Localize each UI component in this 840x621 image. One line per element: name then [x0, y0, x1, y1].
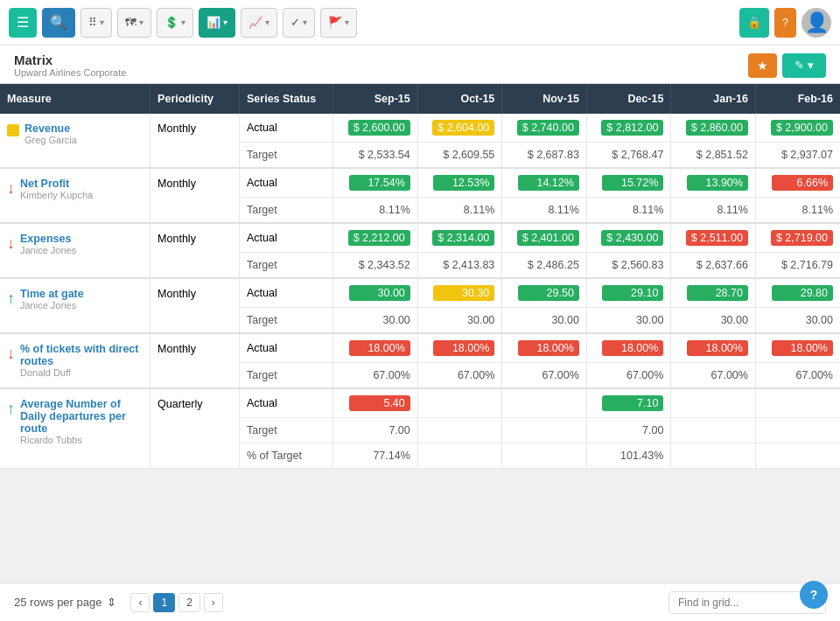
actual-cell-4-4: 18.00% [671, 333, 756, 363]
menu-btn[interactable]: ☰ [9, 8, 37, 38]
actual-cell-3-4: 28.70 [671, 278, 756, 308]
top-navigation: ☰ 🔍 ⠿▾ 🗺▾ 💲▾ 📊▾ 📈▾ ✓▾ 🚩▾ 🔒 ? 👤 [0, 0, 840, 45]
pct-cell-5-5 [755, 443, 840, 469]
header-series-status: Series Status [240, 84, 333, 114]
actual-cell-5-0: 5.40 [333, 388, 418, 418]
linechart-btn[interactable]: 📈▾ [241, 8, 277, 38]
target-cell-5-3: 7.00 [586, 418, 671, 443]
measure-name[interactable]: Revenue [24, 122, 70, 135]
target-cell-3-3: 30.00 [586, 308, 671, 334]
actual-cell-2-4: $ 2,511.00 [671, 223, 756, 253]
actual-cell-0-0: $ 2,600.00 [333, 114, 418, 143]
rows-per-page-icon[interactable]: ⇕ [107, 596, 116, 609]
measure-name[interactable]: Average Number of Daily departures per r… [20, 398, 126, 435]
periodicity-cell-1: Monthly [150, 168, 240, 223]
status-actual-3: Actual [240, 278, 333, 308]
prev-page-btn[interactable]: ‹ [130, 593, 150, 612]
pct-cell-5-0: 77.14% [333, 443, 418, 469]
arrow-up-icon: ↑ [7, 400, 15, 418]
target-cell-3-2: 30.00 [502, 308, 587, 334]
measure-owner: Donald Duff [20, 367, 143, 378]
target-cell-4-2: 67.00% [502, 363, 587, 389]
help-fab[interactable]: ? [800, 581, 828, 609]
target-cell-0-4: $ 2,851.52 [671, 143, 756, 169]
page-1-btn[interactable]: 1 [153, 593, 175, 612]
header-periodicity: Periodicity [150, 84, 240, 114]
table-row: RevenueGreg GarciaMonthlyActual$ 2,600.0… [0, 114, 840, 143]
help-btn[interactable]: ? [774, 8, 796, 38]
actual-cell-0-2: $ 2,740.00 [502, 114, 587, 143]
measure-name[interactable]: Time at gate [20, 288, 84, 300]
measure-cell-3: ↑Time at gateJanice Jones [0, 278, 150, 333]
edit-button[interactable]: ✎ ▾ [782, 53, 826, 78]
header-measure: Measure [0, 84, 150, 114]
header-actions: ★ ✎ ▾ [748, 53, 826, 78]
square-icon [7, 124, 19, 139]
check-btn[interactable]: ✓▾ [283, 8, 315, 38]
actual-cell-4-1: 18.00% [417, 333, 502, 363]
next-page-btn[interactable]: › [204, 593, 223, 612]
status-target-4: Target [240, 363, 333, 389]
target-cell-5-2 [502, 418, 587, 443]
header-dec15: Dec-15 [586, 84, 671, 114]
target-cell-3-0: 30.00 [333, 308, 418, 334]
actual-cell-1-3: 15.72% [586, 168, 671, 198]
measure-cell-4: ↓% of tickets with direct routesDonald D… [0, 333, 150, 388]
map-btn[interactable]: 🗺▾ [117, 8, 151, 38]
status-pct-5: % of Target [240, 443, 333, 469]
actual-cell-0-1: $ 2,604.00 [417, 114, 502, 143]
measure-cell-5: ↑Average Number of Daily departures per … [0, 388, 150, 469]
measure-cell-0: RevenueGreg Garcia [0, 114, 150, 168]
pct-cell-5-2 [502, 443, 587, 469]
chart-btn[interactable]: 📊▾ [199, 8, 235, 38]
periodicity-cell-2: Monthly [150, 223, 240, 278]
status-target-3: Target [240, 308, 333, 334]
org-btn[interactable]: ⠿▾ [80, 8, 112, 38]
header-feb16: Feb-16 [755, 84, 840, 114]
flag-btn[interactable]: 🚩▾ [320, 8, 357, 38]
avatar[interactable]: 👤 [802, 8, 831, 38]
periodicity-cell-4: Monthly [150, 333, 240, 388]
actual-cell-1-0: 17.54% [333, 168, 418, 198]
actual-cell-1-4: 13.90% [671, 168, 756, 198]
rows-per-page-label: 25 rows per page [14, 596, 102, 609]
target-cell-1-4: 8.11% [671, 198, 756, 224]
measure-name[interactable]: % of tickets with direct routes [20, 343, 138, 367]
target-cell-1-0: 8.11% [333, 198, 418, 224]
actual-cell-2-3: $ 2,430.00 [586, 223, 671, 253]
target-cell-3-4: 30.00 [671, 308, 756, 334]
table-header-row: Measure Periodicity Series Status Sep-15… [0, 84, 840, 114]
status-actual-1: Actual [240, 168, 333, 198]
actual-cell-5-1 [417, 388, 502, 418]
star-button[interactable]: ★ [748, 53, 777, 78]
target-cell-2-1: $ 2,413.83 [417, 253, 502, 279]
page-title: Matrix [14, 52, 126, 67]
actual-cell-5-4 [671, 388, 756, 418]
target-cell-4-5: 67.00% [755, 363, 840, 389]
measure-name[interactable]: Net Profit [20, 178, 69, 190]
status-target-1: Target [240, 198, 333, 224]
status-actual-5: Actual [240, 388, 333, 418]
search-btn[interactable]: 🔍 [42, 8, 75, 38]
currency-btn[interactable]: 💲▾ [157, 8, 193, 38]
page-2-btn[interactable]: 2 [178, 593, 200, 612]
status-target-2: Target [240, 253, 333, 279]
table-row: ↓% of tickets with direct routesDonald D… [0, 333, 840, 363]
rows-per-page-selector: 25 rows per page ⇕ [14, 596, 116, 609]
status-actual-4: Actual [240, 333, 333, 363]
measure-owner: Ricardo Tubbs [20, 435, 143, 445]
actual-cell-3-5: 29.80 [755, 278, 840, 308]
measure-name[interactable]: Expenses [20, 233, 71, 245]
target-cell-5-1 [417, 418, 502, 443]
status-actual-2: Actual [240, 223, 333, 253]
actual-cell-3-1: 30.30 [417, 278, 502, 308]
target-cell-5-0: 7.00 [333, 418, 418, 443]
target-cell-1-1: 8.11% [417, 198, 502, 224]
table-row: ↑Average Number of Daily departures per … [0, 388, 840, 418]
page-subtitle: Upward Airlines Corporate [14, 67, 126, 78]
table-row: ↓ExpensesJanice JonesMonthlyActual$ 2,21… [0, 223, 840, 253]
measure-owner: Greg Garcia [24, 135, 77, 145]
pct-cell-5-1 [417, 443, 502, 469]
actual-cell-1-5: 6.66% [755, 168, 840, 198]
lock-btn[interactable]: 🔒 [739, 8, 769, 38]
